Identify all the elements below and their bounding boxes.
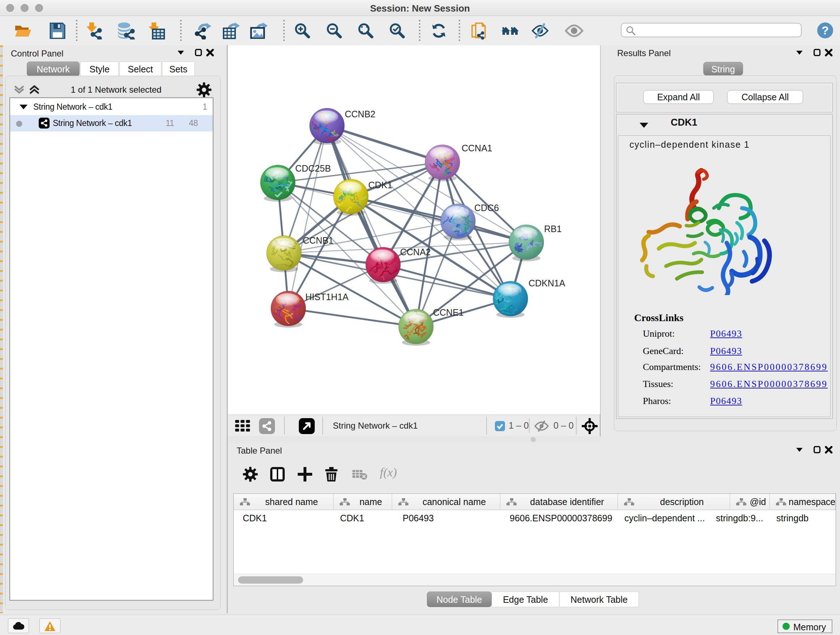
svg-text:CCNE1: CCNE1 (433, 307, 464, 318)
svg-text:CDC25B: CDC25B (295, 163, 331, 173)
svg-text:CCNB2: CCNB2 (345, 109, 376, 119)
svg-text:CDC6: CDC6 (474, 203, 499, 213)
svg-text:CCNA1: CCNA1 (462, 143, 493, 153)
svg-text:?: ? (821, 24, 829, 37)
svg-text:CDK1: CDK1 (368, 180, 393, 190)
svg-text:RB1: RB1 (544, 224, 562, 234)
svg-text:HIST1H1A: HIST1H1A (305, 292, 349, 302)
svg-text:CCNA2: CCNA2 (400, 247, 431, 257)
svg-text:CDKN1A: CDKN1A (529, 278, 565, 288)
svg-text:CCNB1: CCNB1 (303, 235, 333, 245)
